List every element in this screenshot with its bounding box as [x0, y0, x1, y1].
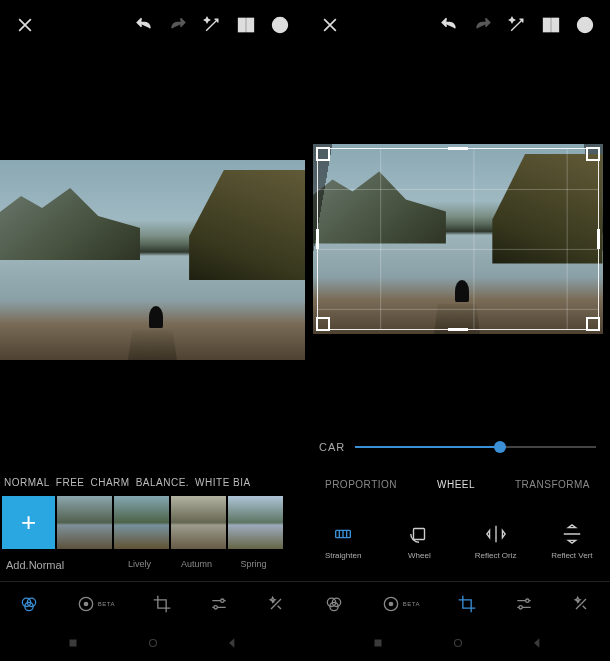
filter-strip[interactable]: + [0, 494, 305, 559]
nav-crop-icon[interactable] [152, 594, 172, 614]
crop-handle[interactable] [316, 229, 319, 249]
crop-handle[interactable] [597, 229, 600, 249]
nav-filters-icon[interactable] [19, 594, 39, 614]
image-canvas[interactable] [305, 50, 610, 427]
home-icon[interactable] [451, 636, 465, 650]
crop-handle[interactable] [316, 147, 330, 161]
nav-adjust-icon[interactable] [209, 594, 229, 614]
svg-rect-24 [374, 640, 381, 647]
filter-cat[interactable]: BALANCE. [136, 477, 189, 488]
photo-preview [0, 160, 305, 360]
tool-straighten[interactable]: Straighten [305, 523, 381, 560]
nav-portrait-icon[interactable]: BETA [76, 594, 115, 614]
filter-cat[interactable]: FREE [56, 477, 85, 488]
apply-icon[interactable] [267, 12, 293, 38]
editor-pane-filters: NORMAL FREE CHARM BALANCE. WHITE BIA + A… [0, 0, 305, 661]
tool-wheel[interactable]: Wheel [381, 523, 457, 560]
nav-effects-icon[interactable] [571, 594, 591, 614]
filter-label: Spring [226, 559, 281, 581]
tab-wheel[interactable]: WHEEL [437, 479, 475, 490]
top-bar [0, 0, 305, 50]
svg-point-23 [519, 605, 522, 608]
undo-icon[interactable] [131, 12, 157, 38]
svg-rect-0 [239, 18, 246, 31]
nav-effects-icon[interactable] [266, 594, 286, 614]
svg-point-25 [454, 640, 461, 647]
tool-reflect-vertical[interactable]: Reflect Vert [534, 523, 610, 560]
bottom-nav: BETA [305, 581, 610, 625]
svg-rect-10 [69, 640, 76, 647]
recents-icon[interactable] [371, 636, 385, 650]
top-bar [305, 0, 610, 50]
slider-label: CAR [319, 441, 345, 453]
svg-point-7 [84, 602, 87, 605]
filter-category-row[interactable]: NORMAL FREE CHARM BALANCE. WHITE BIA [0, 470, 305, 494]
crop-overlay[interactable] [305, 50, 610, 427]
android-nav-bar [0, 625, 305, 661]
tab-proportion[interactable]: PROPORTION [325, 479, 397, 490]
apply-icon[interactable] [572, 12, 598, 38]
svg-point-11 [149, 640, 156, 647]
add-filter-button[interactable]: + [2, 496, 55, 549]
magic-wand-icon[interactable] [504, 12, 530, 38]
filter-cat[interactable]: NORMAL [4, 477, 50, 488]
recents-icon[interactable] [66, 636, 80, 650]
close-icon[interactable] [317, 12, 343, 38]
home-icon[interactable] [146, 636, 160, 650]
redo-icon[interactable] [165, 12, 191, 38]
tab-transform[interactable]: TRANSFORMA [515, 479, 590, 490]
nav-crop-icon[interactable] [457, 594, 477, 614]
transform-slider-row: CAR [305, 427, 610, 467]
crop-handle[interactable] [586, 147, 600, 161]
nav-portrait-icon[interactable]: BETA [381, 594, 420, 614]
filter-cat[interactable]: WHITE BIA [195, 477, 251, 488]
svg-rect-16 [414, 528, 425, 539]
filter-thumb[interactable] [171, 496, 226, 549]
svg-point-22 [526, 599, 529, 602]
crop-handle[interactable] [316, 317, 330, 331]
filter-labels: Add.Normal Lively Autumn Spring [0, 559, 305, 581]
nav-filters-icon[interactable] [324, 594, 344, 614]
svg-point-8 [221, 599, 224, 602]
editor-pane-crop: CAR PROPORTION WHEEL TRANSFORMA Straight… [305, 0, 610, 661]
filter-cat[interactable]: CHARM [90, 477, 129, 488]
redo-icon[interactable] [470, 12, 496, 38]
compare-icon[interactable] [538, 12, 564, 38]
compare-icon[interactable] [233, 12, 259, 38]
filter-label: Lively [112, 559, 167, 581]
transform-tools: Straighten Wheel Reflect Oriz Reflect Ve… [305, 501, 610, 581]
bottom-nav: BETA [0, 581, 305, 625]
filter-label: Autumn [169, 559, 224, 581]
magic-wand-icon[interactable] [199, 12, 225, 38]
back-icon[interactable] [530, 636, 544, 650]
filter-thumb[interactable] [114, 496, 169, 549]
transform-slider[interactable] [355, 446, 596, 448]
svg-rect-12 [544, 18, 551, 31]
filter-thumb[interactable] [57, 496, 112, 549]
svg-rect-1 [247, 18, 254, 31]
crop-handle[interactable] [448, 328, 468, 331]
nav-adjust-icon[interactable] [514, 594, 534, 614]
back-icon[interactable] [225, 636, 239, 650]
filter-label: Add.Normal [2, 559, 110, 581]
image-canvas[interactable] [0, 50, 305, 470]
crop-handle[interactable] [586, 317, 600, 331]
crop-handle[interactable] [448, 147, 468, 150]
android-nav-bar [305, 625, 610, 661]
close-icon[interactable] [12, 12, 38, 38]
svg-rect-13 [552, 18, 559, 31]
undo-icon[interactable] [436, 12, 462, 38]
filter-thumb[interactable] [228, 496, 283, 549]
svg-point-9 [214, 605, 217, 608]
transform-tabs: PROPORTION WHEEL TRANSFORMA [305, 467, 610, 501]
tool-reflect-horizontal[interactable]: Reflect Oriz [458, 523, 534, 560]
svg-point-21 [389, 602, 392, 605]
